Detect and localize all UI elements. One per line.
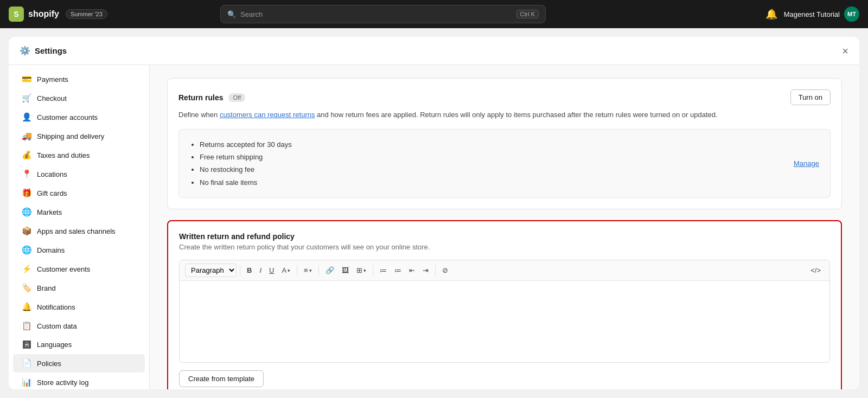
payments-icon: 💳 — [22, 74, 31, 84]
notifications-icon: 🔔 — [22, 302, 31, 312]
search-icon: 🔍 — [227, 10, 236, 18]
clear-format-button[interactable]: ⊘ — [439, 264, 451, 277]
policies-icon: 📄 — [22, 358, 31, 368]
sidebar-label-gift-cards: Gift cards — [37, 189, 67, 197]
rich-text-editor: Paragraph Heading 1 Heading 2 B I U A▾ ≡… — [179, 260, 830, 363]
written-policy-card: Written return and refund policy Create … — [167, 220, 842, 389]
italic-button[interactable]: I — [256, 264, 265, 277]
align-button[interactable]: ≡▾ — [301, 264, 315, 277]
search-placeholder-text: Search — [240, 10, 263, 18]
bold-button[interactable]: B — [244, 264, 255, 277]
top-navigation: S shopify Summer '23 🔍 Search Ctrl K 🔔 M… — [0, 0, 868, 28]
sidebar-label-apps: Apps and sales channels — [37, 227, 116, 235]
sidebar-item-policies[interactable]: 📄 Policies — [13, 354, 145, 373]
modal-header: ⚙️ Settings × — [9, 37, 859, 65]
sidebar-label-notifications: Notifications — [37, 303, 75, 311]
editor-body[interactable] — [180, 281, 829, 362]
rules-list: Returns accepted for 30 days Free return… — [178, 129, 831, 198]
sidebar-item-locations[interactable]: 📍 Locations — [13, 165, 145, 183]
rule-item-3: No restocking fee — [200, 163, 292, 176]
manage-link[interactable]: Manage — [794, 159, 819, 168]
settings-modal: ⚙️ Settings × 💳 Payments 🛒 Checkout 👤 Cu… — [9, 37, 859, 389]
modal-title: Settings — [35, 46, 67, 55]
rule-item-4: No final sale items — [200, 176, 292, 189]
sidebar-item-domains[interactable]: 🌐 Domains — [13, 241, 145, 259]
sidebar-item-languages[interactable]: 🅰 Languages — [13, 336, 145, 354]
sidebar-item-markets[interactable]: 🌐 Markets — [13, 203, 145, 221]
return-rules-desc-text: Define when customers can request return… — [178, 110, 718, 120]
toolbar-separator-5 — [435, 265, 436, 276]
nav-right: 🔔 Magenest Tutorial MT — [765, 7, 859, 22]
font-color-button[interactable]: A▾ — [278, 264, 293, 277]
shopify-wordmark: shopify — [28, 9, 59, 19]
return-rules-card: Return rules Off Turn on Define when cus… — [167, 78, 842, 209]
sidebar-item-checkout[interactable]: 🛒 Checkout — [13, 89, 145, 107]
sidebar-label-languages: Languages — [37, 341, 72, 349]
sidebar-label-shipping: Shipping and delivery — [37, 132, 104, 140]
shipping-icon: 🚚 — [22, 131, 31, 141]
return-rules-status-badge: Off — [228, 93, 245, 102]
modal-close-button[interactable]: × — [842, 46, 848, 56]
sidebar-item-gift-cards[interactable]: 🎁 Gift cards — [13, 184, 145, 202]
sidebar-item-taxes[interactable]: 💰 Taxes and duties — [13, 146, 145, 164]
return-rules-desc-before-link: Define when — [178, 111, 220, 119]
sidebar-item-store-activity[interactable]: 📊 Store activity log — [13, 373, 145, 389]
code-button[interactable]: </> — [807, 264, 824, 277]
indent-increase-button[interactable]: ⇥ — [419, 264, 432, 277]
user-avatar: MT — [844, 7, 859, 22]
notification-bell-icon[interactable]: 🔔 — [765, 8, 777, 20]
sidebar-item-custom-data[interactable]: 📋 Custom data — [13, 317, 145, 335]
sidebar-item-shipping[interactable]: 🚚 Shipping and delivery — [13, 127, 145, 145]
sidebar-label-domains: Domains — [37, 246, 65, 254]
shopify-logo: S shopify — [9, 7, 59, 22]
link-button[interactable]: 🔗 — [322, 264, 337, 277]
editor-toolbar: Paragraph Heading 1 Heading 2 B I U A▾ ≡… — [180, 260, 829, 281]
sidebar-label-payments: Payments — [37, 75, 68, 84]
shopify-logo-icon: S — [9, 7, 24, 22]
toolbar-separator-2 — [297, 265, 297, 276]
summer-badge: Summer '23 — [66, 9, 107, 19]
sidebar-item-notifications[interactable]: 🔔 Notifications — [13, 298, 145, 316]
languages-icon: 🅰 — [22, 340, 31, 349]
sidebar-label-customer-accounts: Customer accounts — [37, 113, 98, 121]
sidebar-label-locations: Locations — [37, 170, 67, 178]
sidebar-item-customer-accounts[interactable]: 👤 Customer accounts — [13, 108, 145, 126]
paragraph-style-select[interactable]: Paragraph Heading 1 Heading 2 — [185, 264, 237, 277]
create-from-template-button[interactable]: Create from template — [179, 370, 264, 387]
bullet-list-button[interactable]: ≔ — [376, 264, 390, 277]
return-rules-header: Return rules Off Turn on — [178, 89, 831, 105]
numbered-list-button[interactable]: ≔ — [391, 264, 405, 277]
sidebar-item-payments[interactable]: 💳 Payments — [13, 70, 145, 88]
turn-on-button[interactable]: Turn on — [790, 89, 831, 105]
sidebar-label-taxes: Taxes and duties — [37, 151, 90, 159]
toolbar-separator-3 — [318, 265, 319, 276]
customer-accounts-icon: 👤 — [22, 112, 31, 122]
return-rules-title: Return rules — [178, 93, 223, 102]
sidebar-item-brand[interactable]: 🏷️ Brand — [13, 279, 145, 297]
store-activity-icon: 📊 — [22, 377, 31, 387]
rule-item-1: Returns accepted for 30 days — [200, 138, 292, 151]
user-name: Magenest Tutorial — [784, 10, 840, 18]
sidebar-label-checkout: Checkout — [37, 94, 67, 102]
checkout-icon: 🛒 — [22, 93, 31, 103]
sidebar-label-custom-data: Custom data — [37, 322, 77, 330]
rules-list-items: Returns accepted for 30 days Free return… — [190, 138, 292, 189]
sidebar-label-policies: Policies — [37, 360, 61, 368]
modal-body: 💳 Payments 🛒 Checkout 👤 Customer account… — [9, 65, 859, 389]
sidebar-item-apps[interactable]: 📦 Apps and sales channels — [13, 222, 145, 240]
content-area: Return rules Off Turn on Define when cus… — [150, 65, 859, 389]
apps-icon: 📦 — [22, 226, 31, 236]
table-button[interactable]: ⊞▾ — [353, 264, 369, 277]
underline-button[interactable]: U — [266, 264, 277, 277]
search-bar[interactable]: 🔍 Search Ctrl K — [220, 5, 546, 23]
sidebar-label-store-activity: Store activity log — [37, 378, 88, 387]
media-button[interactable]: 🖼 — [339, 264, 352, 277]
sidebar-label-markets: Markets — [37, 208, 62, 216]
sidebar-item-customer-events[interactable]: ⚡ Customer events — [13, 260, 145, 278]
sidebar-label-customer-events: Customer events — [37, 265, 90, 273]
indent-decrease-button[interactable]: ⇤ — [406, 264, 418, 277]
main-area: ⚙️ Settings × 💳 Payments 🛒 Checkout 👤 Cu… — [0, 28, 868, 398]
user-section: Magenest Tutorial MT — [784, 7, 859, 22]
search-shortcut: Ctrl K — [516, 10, 539, 18]
customers-request-returns-link[interactable]: customers can request returns — [220, 111, 315, 119]
